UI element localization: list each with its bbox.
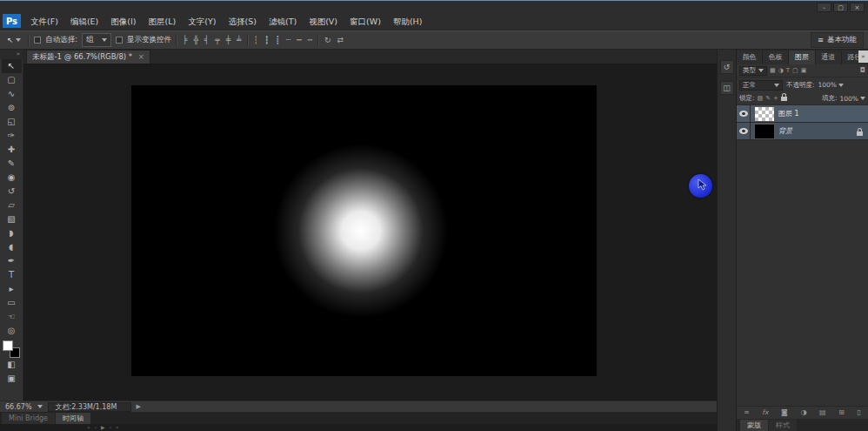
menu-window[interactable]: 窗口(W) <box>344 17 387 28</box>
menu-filter[interactable]: 滤镜(T) <box>263 17 303 28</box>
layer-name[interactable]: 背景 <box>778 126 792 136</box>
lasso-tool-button[interactable]: ∿ <box>2 87 22 101</box>
menu-edit[interactable]: 编辑(E) <box>64 17 104 28</box>
path-selection-tool-button[interactable]: ▸ <box>2 282 22 296</box>
play-button[interactable]: ▶ <box>101 425 105 430</box>
brush-tool-button[interactable]: ✎ <box>2 157 22 171</box>
link-layers-button[interactable]: ∞ <box>744 409 750 416</box>
masks-panel-tab[interactable]: 蒙版 <box>740 420 768 431</box>
3d-pan-mode-button[interactable]: ⇄ <box>337 37 345 44</box>
eraser-tool-button[interactable]: ▱ <box>2 199 22 212</box>
layer-name[interactable]: 图层 1 <box>778 109 799 118</box>
add-layer-mask-button[interactable]: ◙ <box>781 409 788 416</box>
visibility-cell[interactable] <box>737 105 751 122</box>
distribute-vertical-centers-button[interactable]: ┅ <box>296 37 302 44</box>
zoom-level-field[interactable]: 66.67% <box>5 403 32 411</box>
history-panel-icon[interactable]: ↺ <box>720 60 734 74</box>
pen-tool-button[interactable]: ✒ <box>2 254 22 268</box>
menu-layer[interactable]: 图层(L) <box>143 17 183 28</box>
first-frame-button[interactable]: « <box>87 425 90 430</box>
filter-toggle-icon[interactable]: ◘ <box>860 67 865 74</box>
canvas[interactable] <box>131 85 597 376</box>
delete-layer-button[interactable]: ▯ <box>858 409 861 416</box>
adjustment-layer-button[interactable]: ◑ <box>800 409 806 416</box>
align-right-edges-button[interactable]: ╡ <box>204 37 210 44</box>
quick-mask-mode-button[interactable]: ◧ <box>2 358 22 372</box>
opacity-field[interactable]: 100% <box>818 81 844 89</box>
document-close-icon[interactable]: × <box>138 53 144 61</box>
menu-select[interactable]: 选择(S) <box>222 17 262 28</box>
last-frame-button[interactable]: » <box>116 425 119 430</box>
distribute-right-edges-button[interactable]: ┋ <box>274 37 280 44</box>
menu-type[interactable]: 文字(Y) <box>182 17 222 28</box>
menu-file[interactable]: 文件(F) <box>24 17 64 28</box>
close-button[interactable]: × <box>850 3 865 12</box>
blend-mode-select[interactable]: 正常 <box>739 80 783 91</box>
layer-style-button[interactable]: fx <box>762 409 768 416</box>
filter-shape-layers-icon[interactable]: ▢ <box>792 68 798 74</box>
history-brush-tool-button[interactable]: ↺ <box>2 185 22 199</box>
quick-selection-tool-button[interactable]: ⊚ <box>2 101 22 115</box>
auto-select-target-select[interactable]: 组 <box>82 33 111 47</box>
next-frame-button[interactable]: › <box>110 425 111 430</box>
filter-type-layers-icon[interactable]: T <box>786 68 790 74</box>
layer-filter-type-select[interactable]: 类型 <box>739 66 767 76</box>
menu-image[interactable]: 图像(I) <box>104 17 142 28</box>
status-options-arrow[interactable]: ▶ <box>137 403 141 410</box>
channels-panel-tab[interactable]: 通道 <box>816 51 842 64</box>
visibility-cell[interactable] <box>737 123 751 139</box>
previous-frame-button[interactable]: ‹ <box>95 425 97 430</box>
new-group-button[interactable]: ▤ <box>819 409 826 416</box>
foreground-color-swatch[interactable] <box>3 340 13 351</box>
document-tab[interactable]: 未标题-1 @ 66.7%(RGB/8) * × <box>26 50 150 64</box>
spot-healing-brush-tool-button[interactable]: ✚ <box>2 143 22 157</box>
crop-tool-button[interactable]: ◱ <box>2 115 22 129</box>
rectangle-tool-button[interactable]: ▭ <box>2 296 22 310</box>
panel-collapse-button[interactable]: » <box>858 51 868 63</box>
swatches-panel-tab[interactable]: 色板 <box>763 51 789 64</box>
rectangular-marquee-tool-button[interactable]: ▢ <box>2 73 22 87</box>
properties-panel-icon[interactable]: ◫ <box>720 81 734 95</box>
auto-select-checkbox[interactable] <box>34 37 41 44</box>
tool-preset-picker[interactable]: ↖ <box>4 35 23 45</box>
hand-tool-button[interactable]: ☜ <box>2 310 22 324</box>
layers-panel-tab[interactable]: 图层 <box>789 51 815 64</box>
move-tool-button[interactable]: ↖ <box>2 59 22 73</box>
lock-transparent-pixels-icon[interactable]: ▨ <box>758 96 764 102</box>
zoom-tool-button[interactable]: ◎ <box>2 324 22 338</box>
clone-stamp-tool-button[interactable]: ◉ <box>2 171 22 185</box>
lock-image-pixels-icon[interactable]: ✎ <box>765 96 771 102</box>
filter-smart-object-icon[interactable]: ▣ <box>801 68 807 74</box>
distribute-top-edges-button[interactable]: ┄ <box>285 37 291 44</box>
menu-help[interactable]: 帮助(H) <box>387 17 429 28</box>
layer-thumbnail[interactable] <box>754 106 775 122</box>
tools-panel-collapse-button[interactable]: » <box>0 50 23 59</box>
menu-view[interactable]: 视图(V) <box>303 17 344 28</box>
lock-all-icon[interactable] <box>781 97 787 101</box>
maximize-button[interactable]: ▢ <box>833 3 848 12</box>
align-top-edges-button[interactable]: ╤ <box>214 37 220 44</box>
timeline-tab[interactable]: 时间轴 <box>56 413 90 424</box>
screen-mode-button[interactable]: ▣ <box>2 372 22 386</box>
styles-panel-tab[interactable]: 样式 <box>769 420 797 431</box>
workspace-switcher-button[interactable]: ≡ 基本功能 <box>811 32 864 48</box>
show-transform-checkbox[interactable] <box>116 37 123 44</box>
gradient-tool-button[interactable]: ▧ <box>2 212 22 226</box>
lock-position-icon[interactable]: + <box>773 96 778 102</box>
mini-bridge-tab[interactable]: Mini Bridge <box>2 413 55 424</box>
eyedropper-tool-button[interactable]: ✑ <box>2 129 22 143</box>
fill-field[interactable]: 100% <box>840 95 865 103</box>
filter-pixel-layers-icon[interactable]: ▦ <box>770 68 776 74</box>
dodge-tool-button[interactable]: ◖ <box>2 240 22 254</box>
layer-row-background[interactable]: 背景 <box>737 123 868 140</box>
minimize-button[interactable]: – <box>817 3 831 12</box>
filter-adjustment-layers-icon[interactable]: ◑ <box>778 68 784 74</box>
color-panel-tab[interactable]: 颜色 <box>737 51 763 64</box>
align-bottom-edges-button[interactable]: ╧ <box>236 37 242 44</box>
3d-rotate-mode-button[interactable]: ↻ <box>324 37 332 44</box>
type-tool-button[interactable]: T <box>2 268 22 282</box>
align-left-edges-button[interactable]: ╞ <box>182 37 188 44</box>
distribute-left-edges-button[interactable]: ┆ <box>253 37 259 44</box>
distribute-horizontal-centers-button[interactable]: ┇ <box>264 37 270 44</box>
layer-row-layer-1[interactable]: 图层 1 <box>737 105 868 123</box>
